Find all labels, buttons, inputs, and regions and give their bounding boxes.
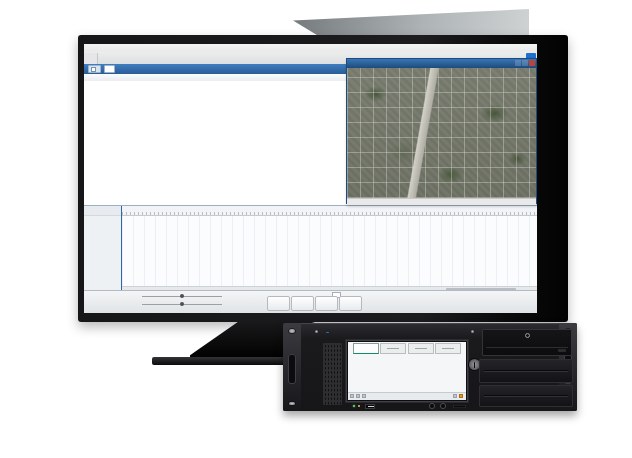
geo-display-window (346, 58, 537, 204)
microphone-jack[interactable] (440, 403, 446, 409)
ruler-corner (84, 206, 121, 216)
lg-logo (525, 333, 532, 338)
range-input[interactable] (104, 65, 115, 74)
settings-icon[interactable] (362, 394, 366, 398)
speed-knob[interactable] (180, 302, 184, 306)
info-icon[interactable] (453, 394, 457, 398)
maximize-icon[interactable] (522, 60, 528, 66)
drive-bay-blank (479, 359, 573, 383)
rack-handle (288, 354, 296, 384)
timeline-panel (84, 205, 537, 291)
map-title-bar[interactable] (347, 59, 536, 68)
lcd-frame (345, 339, 469, 403)
tab-underline (415, 348, 427, 349)
rack-screw (289, 329, 295, 333)
speed-control (124, 304, 225, 305)
satellite-map[interactable] (347, 68, 536, 198)
map-window-buttons (515, 60, 535, 66)
timeline-ruler[interactable] (122, 206, 537, 216)
volume-control (124, 296, 225, 297)
minimize-icon[interactable] (515, 60, 521, 66)
nexlog-recorder-unit (283, 323, 577, 411)
volume-slider[interactable] (142, 296, 222, 297)
front-panel-lcd[interactable] (347, 341, 467, 401)
playback-bar (84, 290, 537, 313)
menu-icon[interactable] (350, 394, 354, 398)
track-area[interactable] (122, 206, 537, 291)
track-control-column (84, 206, 122, 291)
product-scene (0, 0, 632, 458)
skip-forward-button[interactable] (315, 296, 338, 311)
rack-screw (289, 402, 295, 406)
loop-button[interactable] (339, 296, 362, 311)
map-caption (347, 198, 536, 205)
usb-port[interactable] (365, 404, 375, 409)
lg-logo-mark (525, 333, 530, 338)
eject-button[interactable] (558, 349, 566, 352)
drive-tray-seam (486, 347, 568, 348)
volume-knob[interactable] (180, 294, 184, 298)
tab-overflow[interactable] (84, 53, 98, 64)
skip-back-button[interactable] (267, 296, 290, 311)
speaker-grille (323, 343, 342, 405)
status-led (358, 405, 360, 407)
tab-underline (442, 348, 454, 349)
panel-screw (471, 330, 474, 333)
headphone-jack[interactable] (429, 403, 435, 409)
lcd-status-bar (348, 392, 466, 401)
power-led (353, 405, 355, 407)
close-icon[interactable] (529, 60, 535, 66)
brand-row (321, 328, 332, 336)
rack-ear-left (283, 323, 301, 411)
cases-checkbox[interactable] (91, 67, 96, 72)
cases-button[interactable] (88, 65, 101, 74)
optical-drive[interactable] (482, 329, 572, 356)
lcd-tab-row (348, 343, 466, 354)
speed-slider[interactable] (142, 304, 222, 305)
panel-screw (315, 330, 318, 333)
play-button[interactable] (291, 296, 314, 311)
lcd-tab-alerts-2[interactable] (408, 343, 434, 354)
keyhole (474, 362, 476, 368)
tab-underline (387, 348, 399, 349)
lcd-tab-alerts-3[interactable] (435, 343, 461, 354)
alert-icon[interactable] (459, 394, 463, 398)
drive-bay-blank (479, 385, 573, 407)
recorder-app-screen (84, 44, 537, 313)
search-icon[interactable] (356, 394, 360, 398)
lcd-tab-alerts-1[interactable] (380, 343, 406, 354)
rack-front-panel (301, 323, 559, 411)
dx-badge (326, 332, 329, 333)
lcd-tab-archive[interactable] (353, 343, 379, 354)
monitor (78, 35, 568, 322)
card-slot[interactable] (453, 405, 466, 408)
